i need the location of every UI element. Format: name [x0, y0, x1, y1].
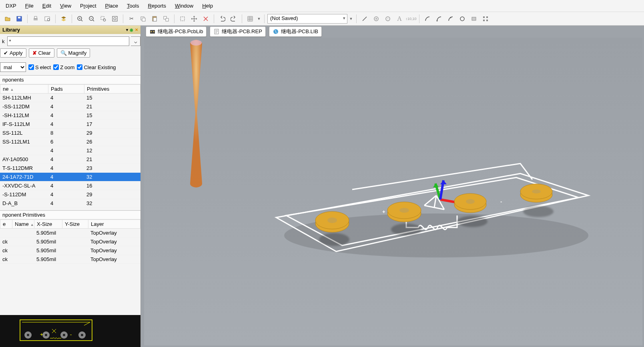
zoom-fit-icon[interactable] — [110, 14, 120, 24]
circle-tool-icon[interactable] — [457, 14, 467, 24]
pad-tool-icon[interactable] — [371, 14, 381, 24]
table-row[interactable]: T-S-112DMR423 — [0, 164, 140, 173]
svg-point-9 — [103, 19, 106, 21]
table-row[interactable]: -SH-112LM415 — [0, 111, 140, 120]
line-tool-icon[interactable] — [359, 14, 370, 24]
components-list[interactable]: SH-112LMH415-SS-112DM421-SH-112LM415IF-S… — [0, 94, 140, 208]
clear-existing-checkbox[interactable]: Clear Existing — [77, 64, 116, 70]
table-row[interactable]: ck5.905milTopOverlay — [0, 246, 140, 255]
table-row[interactable]: ck5.905milTopOverlay — [0, 255, 140, 264]
table-row[interactable]: SS-112LM1626 — [0, 138, 140, 146]
table-row[interactable]: SS-112L829 — [0, 129, 140, 138]
pcol-xsize[interactable]: X-Size — [34, 220, 62, 229]
preview-icon[interactable] — [42, 14, 52, 24]
grid-icon[interactable] — [245, 14, 255, 24]
redo-icon[interactable] — [229, 14, 239, 24]
table-row[interactable]: 5.905milTopOverlay — [0, 229, 140, 237]
arc-tool1-icon[interactable] — [422, 14, 433, 24]
panel-pin-icon[interactable]: ◉ — [130, 28, 133, 32]
arc-tool2-icon[interactable] — [434, 14, 444, 24]
pcol-layer[interactable]: Layer — [88, 220, 140, 229]
rect-tool-icon[interactable] — [469, 14, 479, 24]
svg-rect-29 — [483, 20, 485, 21]
zoom-area-icon[interactable] — [98, 14, 108, 24]
mask-input[interactable] — [7, 36, 130, 46]
deselect-icon[interactable] — [201, 14, 211, 24]
open-icon[interactable] — [2, 14, 13, 24]
arc-tool3-icon[interactable] — [445, 14, 456, 24]
duplicate-icon[interactable] — [161, 14, 171, 24]
svg-point-59 — [457, 216, 488, 227]
zoom-checkbox[interactable]: Zoom — [53, 64, 74, 70]
paste-icon[interactable] — [149, 14, 160, 24]
table-row[interactable]: -S-112DM429 — [0, 190, 140, 199]
apply-button[interactable]: ✔Apply — [0, 48, 26, 58]
pcol-ysize[interactable]: Y-Size — [62, 220, 88, 229]
menu-file[interactable]: File — [21, 1, 38, 10]
table-row[interactable]: AY-1A0500421 — [0, 155, 140, 164]
table-row[interactable]: D-A_B432 — [0, 199, 140, 208]
select-rect-icon[interactable] — [177, 14, 188, 24]
primitives-list[interactable]: 5.905milTopOverlayck5.905milTopOverlayck… — [0, 229, 140, 264]
clear-button[interactable]: ✘Clear — [29, 48, 54, 58]
table-row[interactable]: ck5.905milTopOverlay — [0, 237, 140, 246]
menu-dxp[interactable]: DXP — [2, 1, 20, 10]
zoom-out-icon[interactable] — [86, 14, 97, 24]
select-checkbox[interactable]: Select — [28, 64, 51, 70]
tab-pcblib[interactable]: 继电器-PCB.PcbLib — [146, 26, 207, 37]
pcb-3d-canvas[interactable]: + - — [144, 38, 642, 345]
pcol-type[interactable]: e — [0, 220, 12, 229]
menu-window[interactable]: Window — [171, 1, 197, 10]
svg-rect-1 — [18, 17, 20, 18]
table-row[interactable]: 412 — [0, 146, 140, 155]
copy-icon[interactable] — [138, 14, 148, 24]
string-tool-icon[interactable]: A — [394, 14, 405, 24]
col-pads[interactable]: Pads — [48, 85, 84, 94]
undo-icon[interactable] — [217, 14, 227, 24]
config-selector[interactable]: (Not Saved) — [267, 14, 347, 24]
table-row[interactable]: IF-S-112LM417 — [0, 120, 140, 129]
svg-point-66 — [399, 208, 409, 213]
menu-place[interactable]: Place — [101, 1, 122, 10]
move-icon[interactable] — [189, 14, 199, 24]
magnify-button[interactable]: 🔍Magnify — [57, 48, 90, 58]
svg-point-72 — [532, 189, 541, 193]
zoom-in-icon[interactable] — [75, 14, 85, 24]
menu-edit[interactable]: Edit — [38, 1, 55, 10]
print-icon[interactable] — [30, 14, 41, 24]
table-row[interactable]: 24-1A72-71D432 — [0, 173, 140, 181]
svg-text:+: + — [40, 331, 43, 337]
mask-history-icon[interactable]: ⌵ — [131, 36, 140, 46]
table-row[interactable]: SH-112LMH415 — [0, 94, 140, 102]
menu-project[interactable]: Project — [76, 1, 100, 10]
save-icon[interactable] — [14, 14, 24, 24]
tab-lib[interactable]: 继电器-PCB.LIB — [269, 26, 322, 37]
layers-icon[interactable] — [58, 14, 69, 24]
menu-help[interactable]: Help — [198, 1, 217, 10]
col-name[interactable]: ne▲ — [0, 85, 48, 94]
dimension-tool-icon[interactable]: ↕10,10 — [406, 14, 416, 24]
svg-rect-3 — [34, 16, 37, 18]
tab-rep[interactable]: 继电器-PCB.REP — [210, 26, 265, 37]
panel-menu-icon[interactable]: ▾ — [126, 28, 128, 32]
config-dropdown-icon[interactable]: ▼ — [349, 14, 353, 24]
array-tool-icon[interactable] — [480, 14, 491, 24]
cut-icon[interactable]: ✂ — [126, 14, 136, 24]
pcol-name[interactable]: Name▲ — [12, 220, 34, 229]
svg-point-35 — [45, 334, 47, 336]
svg-point-25 — [460, 17, 464, 21]
via-tool-icon[interactable] — [383, 14, 393, 24]
col-primitives[interactable]: Primitives — [84, 85, 140, 94]
menu-reports[interactable]: Reports — [144, 1, 170, 10]
primitives-section: nponent Primitives — [0, 211, 140, 219]
menu-view[interactable]: View — [56, 1, 75, 10]
mode-select[interactable]: mal — [0, 62, 26, 72]
report-icon — [213, 28, 220, 35]
panel-close-icon[interactable]: ✕ — [135, 28, 138, 32]
table-row[interactable]: -SS-112DM421 — [0, 102, 140, 111]
svg-rect-28 — [486, 16, 488, 18]
menu-tools[interactable]: Tools — [123, 1, 143, 10]
table-row[interactable]: -XXVDC-SL-A416 — [0, 181, 140, 190]
grid-dropdown-icon[interactable]: ▼ — [257, 14, 261, 24]
svg-point-44 — [153, 31, 154, 32]
